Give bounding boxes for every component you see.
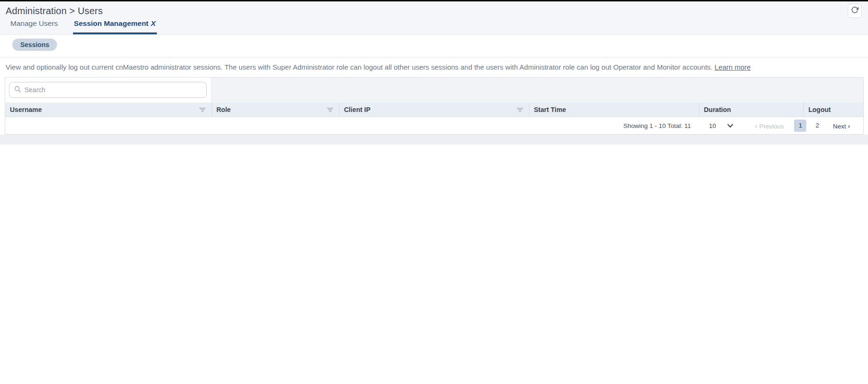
page-header: Administration > Users Manage Users Sess… [0,1,868,35]
filter-icon[interactable] [517,106,523,114]
showing-label: Showing 1 - 10 Total: 11 [624,122,691,129]
column-label: Start Time [534,106,566,113]
refresh-icon [851,6,859,16]
tab-label: Manage Users [10,19,58,27]
filter-icon[interactable] [327,106,333,114]
page-size-select[interactable]: 10 [709,122,733,129]
column-label: Duration [704,106,731,113]
page-bottom-strip [0,135,868,144]
page-number-2[interactable]: 2 [811,120,823,132]
page-size-value: 10 [709,122,716,129]
tab-label: Session Management [74,19,149,27]
chevron-down-icon [727,122,733,129]
next-button[interactable]: Next › [833,122,850,130]
header-row: UsernameRoleClient IPStart TimeDurationL… [5,103,863,117]
description-body: View and optionally log out current cnMa… [6,63,713,71]
previous-button[interactable]: ‹ Previous [755,122,784,130]
chevron-left-icon: ‹ [755,122,757,130]
divider [0,57,868,57]
column-label: Client IP [344,106,371,113]
sessions-pill[interactable]: Sessions [12,39,57,51]
sessions-table-card: UsernameRoleClient IPStart TimeDurationL… [5,77,864,135]
column-label: Role [217,106,231,113]
column-header-client-ip: Client IP [339,103,529,117]
description-text: View and optionally log out current cnMa… [6,62,857,72]
page-title: Administration > Users [0,1,868,16]
search-icon [14,86,21,95]
toolbar-filler [211,78,863,103]
page-number-1[interactable]: 1 [794,120,806,132]
pagination: ‹ Previous 1 2 Next › [755,120,850,132]
column-label: Logout [809,106,831,113]
table-header: UsernameRoleClient IPStart TimeDurationL… [5,103,863,117]
table-toolbar [5,78,863,103]
column-header-start-time: Start Time [529,103,699,117]
filter-icon[interactable] [199,106,206,114]
tab-manage-users[interactable]: Manage Users [9,19,59,34]
column-header-username: Username [5,103,211,117]
sessions-table: UsernameRoleClient IPStart TimeDurationL… [5,103,863,117]
previous-label: Previous [759,123,784,130]
learn-more-link[interactable]: Learn more [714,63,751,71]
column-header-logout: Logout [803,103,863,117]
search-input[interactable] [24,86,202,94]
table-footer: Showing 1 - 10 Total: 11 10 ‹ Previous 1… [5,117,863,134]
refresh-button[interactable] [848,4,862,18]
tab-close-icon[interactable]: X [151,19,155,27]
chevron-right-icon: › [848,122,850,130]
tab-bar: Manage Users Session ManagementX [9,19,157,34]
search-box [9,82,207,98]
next-label: Next [833,123,846,130]
column-header-duration: Duration [699,103,803,117]
content: Sessions View and optionally log out cur… [0,35,868,144]
column-header-role: Role [211,103,339,117]
column-label: Username [10,106,42,113]
tab-session-management[interactable]: Session ManagementX [73,19,157,34]
